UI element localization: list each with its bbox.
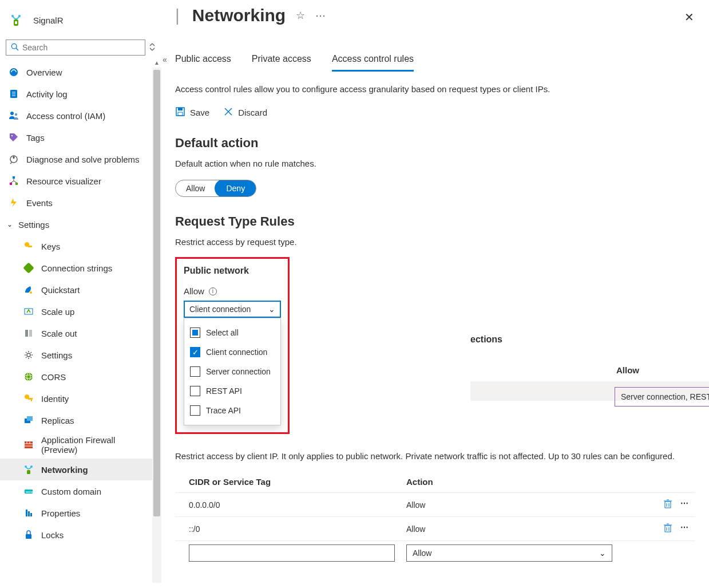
dropdown-option-rest-api[interactable]: REST API xyxy=(184,381,280,401)
tab-access-control-rules[interactable]: Access control rules xyxy=(332,54,414,72)
row-more-button[interactable]: ⋯ xyxy=(680,523,690,535)
sidebar-section-settings[interactable]: ⌄ Settings xyxy=(0,214,161,235)
dropdown-option-server-connection[interactable]: Server connection xyxy=(184,362,280,381)
new-cidr-input[interactable] xyxy=(189,544,395,562)
checkbox-checked[interactable] xyxy=(190,347,200,357)
sidebar-label: Resource visualizer xyxy=(26,176,101,186)
sidebar-item-overview[interactable]: Overview xyxy=(0,61,161,83)
info-icon[interactable]: i xyxy=(209,287,217,295)
default-action-desc: Default action when no rule matches. xyxy=(175,159,695,168)
action-value: Allow xyxy=(406,524,624,534)
scroll-up-arrow-icon[interactable]: ▲ xyxy=(154,60,160,66)
checkbox-partial[interactable] xyxy=(190,327,200,338)
favorite-star-button[interactable]: ☆ xyxy=(296,9,305,22)
access-control-icon xyxy=(8,111,19,121)
discard-button[interactable]: Discard xyxy=(223,106,267,119)
svg-point-26 xyxy=(25,373,33,381)
sidebar-search[interactable] xyxy=(6,40,145,56)
toggle-option-allow[interactable]: Allow xyxy=(176,180,215,196)
dropdown-option-trace-api[interactable]: Trace API xyxy=(184,401,280,420)
sidebar-section-label: Settings xyxy=(18,220,49,230)
sidebar-item-activity-log[interactable]: Activity log xyxy=(0,83,161,105)
option-label: Trace API xyxy=(206,406,241,415)
sidebar-item-properties[interactable]: Properties xyxy=(0,502,161,524)
scrollbar-thumb[interactable] xyxy=(153,70,160,516)
delete-row-button[interactable] xyxy=(663,523,672,535)
firewall-icon xyxy=(23,440,34,450)
brand-name: SignalR xyxy=(33,15,64,25)
title-row: | Networking ☆ ⋯ xyxy=(175,0,695,25)
sidebar-item-diagnose[interactable]: Diagnose and solve problems xyxy=(0,148,161,170)
row-more-button[interactable]: ⋯ xyxy=(680,499,690,511)
command-bar: Save Discard xyxy=(175,106,695,119)
svg-point-25 xyxy=(27,353,30,357)
toggle-option-deny[interactable]: Deny xyxy=(215,180,256,197)
main-panel: « ✕ | Networking ☆ ⋯ Public access Priva… xyxy=(161,0,709,588)
private-allow-value: Server connection, REST API, Trace API xyxy=(621,392,709,401)
default-action-toggle[interactable]: Allow Deny xyxy=(175,180,256,197)
checkbox-unchecked[interactable] xyxy=(190,366,200,377)
checkbox-unchecked[interactable] xyxy=(190,405,200,416)
delete-row-button[interactable] xyxy=(663,499,672,511)
sidebar-item-keys[interactable]: Keys xyxy=(0,235,161,257)
sidebar-item-custom-domain[interactable]: www Custom domain xyxy=(0,480,161,502)
action-value: Allow xyxy=(406,500,624,510)
search-input[interactable] xyxy=(22,43,140,52)
chevron-down-icon: ⌄ xyxy=(599,548,606,558)
sidebar-item-networking[interactable]: Networking xyxy=(0,459,161,480)
sidebar-item-events[interactable]: Events xyxy=(0,192,161,214)
tab-private-access[interactable]: Private access xyxy=(252,54,311,72)
close-blade-button[interactable]: ✕ xyxy=(684,10,694,24)
sidebar-item-scale-up[interactable]: Scale up xyxy=(0,301,161,322)
dropdown-option-client-connection[interactable]: Client connection xyxy=(184,342,280,362)
highlight-box: Public network Allow i Client connection… xyxy=(175,257,290,434)
quickstart-icon xyxy=(23,285,34,295)
scale-out-icon xyxy=(23,328,34,338)
sidebar-label: Activity log xyxy=(26,89,68,99)
sidebar-item-settings[interactable]: Settings xyxy=(0,344,161,366)
save-button[interactable]: Save xyxy=(175,106,209,119)
sidebar-item-resource-visualizer[interactable]: Resource visualizer xyxy=(0,170,161,192)
sidebar-item-connection-strings[interactable]: Connection strings xyxy=(0,257,161,279)
svg-rect-45 xyxy=(28,511,30,516)
svg-rect-19 xyxy=(28,246,32,247)
svg-rect-30 xyxy=(28,398,33,400)
sidebar-item-locks[interactable]: Locks xyxy=(0,524,161,546)
tabs: Public access Private access Access cont… xyxy=(175,54,695,72)
expand-collapse-icon[interactable] xyxy=(149,42,156,53)
sidebar-item-identity[interactable]: Identity xyxy=(0,388,161,409)
sidebar-item-quickstart[interactable]: Quickstart xyxy=(0,279,161,301)
sidebar-item-access-control[interactable]: Access control (IAM) xyxy=(0,105,161,127)
sidebar-item-scale-out[interactable]: Scale out xyxy=(0,322,161,344)
identity-icon xyxy=(23,393,34,404)
sidebar-label: Scale up xyxy=(41,307,74,317)
dropdown-option-select-all[interactable]: Select all xyxy=(184,323,280,342)
checkbox-unchecked[interactable] xyxy=(190,386,200,396)
option-label: Client connection xyxy=(206,348,267,357)
networking-icon xyxy=(23,464,34,475)
request-type-rules-desc: Restrict access by request type. xyxy=(175,237,695,247)
ip-rules-table: CIDR or Service Tag Action 0.0.0.0/0 All… xyxy=(175,473,695,565)
sidebar-item-tags[interactable]: Tags xyxy=(0,127,161,148)
sidebar-label: CORS xyxy=(41,372,66,382)
new-action-value: Allow xyxy=(413,548,431,558)
ip-rule-new-row: Allow ⌄ xyxy=(175,541,695,565)
collapse-sidebar-button[interactable]: « xyxy=(163,55,167,64)
svg-point-13 xyxy=(11,135,13,136)
more-actions-button[interactable]: ⋯ xyxy=(315,9,327,22)
new-action-select[interactable]: Allow ⌄ xyxy=(406,544,612,562)
sidebar-item-app-firewall[interactable]: Application Firewall (Preview) xyxy=(0,431,161,459)
sidebar-label: Tags xyxy=(26,133,45,143)
allow-request-type-dropdown[interactable]: Client connection ⌄ xyxy=(184,301,281,318)
tab-public-access[interactable]: Public access xyxy=(175,54,231,72)
sidebar-scrollbar[interactable]: ▲ xyxy=(152,68,161,583)
sidebar-item-replicas[interactable]: Replicas xyxy=(0,409,161,431)
sidebar-label: Connection strings xyxy=(41,263,112,273)
sidebar-item-cors[interactable]: CORS xyxy=(0,366,161,388)
page-title: Networking xyxy=(192,6,286,25)
sidebar-label: Access control (IAM) xyxy=(26,111,105,121)
sidebar-nav: Overview Activity log Access control (IA… xyxy=(0,61,161,588)
svg-rect-50 xyxy=(178,112,183,116)
private-allow-select[interactable]: Server connection, REST API, Trace API ⌄ xyxy=(615,387,709,407)
sidebar-label: Properties xyxy=(41,508,80,518)
